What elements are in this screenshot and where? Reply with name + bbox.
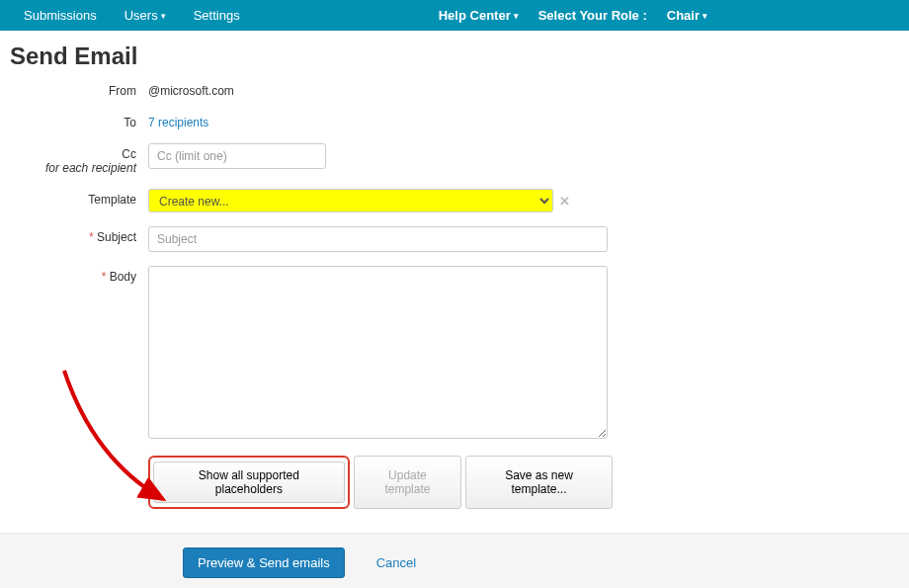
cancel-link[interactable]: Cancel [376,555,416,570]
highlight-box: Show all supported placeholders [148,456,350,509]
clear-template-icon[interactable]: ✕ [559,194,570,209]
chevron-down-icon: ▾ [161,11,166,21]
footer-actions: Preview & Send emails Cancel [0,533,909,588]
template-select[interactable]: Create new... [148,189,553,212]
cc-hint: for each recipient [45,161,136,175]
update-template-button: Update template [354,456,461,509]
template-label: Template [10,189,148,212]
cc-label: Cc for each recipient [10,143,148,175]
role-selector[interactable]: Chair▾ [653,0,721,31]
nav-users[interactable]: Users▾ [111,0,180,31]
nav-settings[interactable]: Settings [180,0,254,31]
show-placeholders-button[interactable]: Show all supported placeholders [153,462,345,503]
subject-label: * Subject [10,226,148,252]
chevron-down-icon: ▾ [702,11,707,21]
page-title: Send Email [10,42,899,70]
to-recipients-link[interactable]: 7 recipients [148,116,208,129]
from-label: From [10,80,148,98]
body-textarea[interactable] [148,266,608,439]
cc-input[interactable] [148,143,326,169]
chevron-down-icon: ▾ [514,11,519,21]
nav-submissions[interactable]: Submissions [10,0,111,31]
to-label: To [10,112,148,129]
top-nav-bar: Submissions Users▾ Settings Help Center▾… [0,0,909,31]
body-label: * Body [10,266,148,442]
role-label: Select Your Role : [533,8,653,23]
preview-send-button[interactable]: Preview & Send emails [183,547,345,578]
nav-help-center[interactable]: Help Center▾ [425,0,533,31]
subject-input[interactable] [148,226,608,252]
save-template-button[interactable]: Save as new template... [465,456,613,509]
from-value: @microsoft.com [148,80,613,98]
